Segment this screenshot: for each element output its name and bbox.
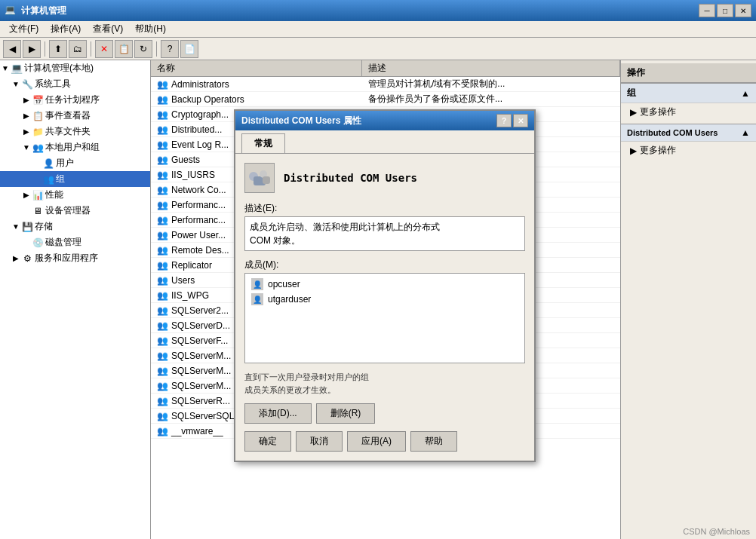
dialog-title-buttons: ? ✕ [496, 114, 528, 127]
help-button[interactable]: 帮助 [410, 431, 457, 452]
member-item[interactable]: 👤 opcuser [248, 277, 521, 292]
dialog-close-button[interactable]: ✕ [513, 114, 528, 127]
dialog-desc-field: 描述(E): 成员允许启动、激活和使用此计算机上的分布式COM 对象。 [244, 202, 525, 251]
cancel-button[interactable]: 取消 [296, 431, 343, 452]
dialog-desc-label: 描述(E): [244, 202, 525, 215]
dialog-help-button[interactable]: ? [496, 114, 512, 127]
dialog-title-text: Distributed COM Users 属性 [241, 115, 496, 127]
ok-button[interactable]: 确定 [244, 431, 291, 452]
dialog-overlay: Distributed COM Users 属性 ? ✕ 常规 Distr [0, 0, 756, 539]
dialog-header-row: Distributed COM Users [244, 163, 525, 193]
member-icon-1: 👤 [251, 293, 263, 305]
dialog-desc-value[interactable]: 成员允许启动、激活和使用此计算机上的分布式COM 对象。 [244, 216, 525, 251]
dialog-group-icon [244, 163, 275, 193]
svg-rect-3 [263, 176, 270, 184]
watermark: CSDN @Michloas [683, 527, 750, 536]
remove-member-button[interactable]: 删除(R) [316, 403, 376, 424]
dialog-title-bar: Distributed COM Users 属性 ? ✕ [235, 111, 534, 130]
properties-dialog: Distributed COM Users 属性 ? ✕ 常规 Distr [234, 109, 536, 462]
dialog-body: Distributed COM Users 描述(E): 成员允许启动、激活和使… [235, 154, 534, 461]
dialog-action-row: 添加(D)... 删除(R) [244, 403, 525, 424]
member-name-1: utgarduser [268, 294, 311, 305]
dialog-tabs: 常规 [235, 130, 534, 154]
dialog-members-label: 成员(M): [244, 259, 525, 271]
member-name-0: opcuser [268, 279, 300, 289]
dialog-group-name: Distributed COM Users [284, 172, 417, 184]
add-member-button[interactable]: 添加(D)... [244, 403, 312, 424]
member-item[interactable]: 👤 utgarduser [248, 292, 521, 307]
member-icon-0: 👤 [251, 278, 263, 290]
dialog-tab-general[interactable]: 常规 [241, 133, 285, 153]
dialog-members-field: 成员(M): 👤 opcuser 👤 utgarduser [244, 259, 525, 363]
dialog-note: 直到下一次用户登录时对用户的组成员关系的更改才生效。 [244, 371, 525, 396]
dialog-members-box[interactable]: 👤 opcuser 👤 utgarduser [244, 273, 525, 363]
apply-button[interactable]: 应用(A) [347, 431, 406, 452]
dialog-buttons-row: 确定 取消 应用(A) 帮助 [244, 431, 525, 452]
